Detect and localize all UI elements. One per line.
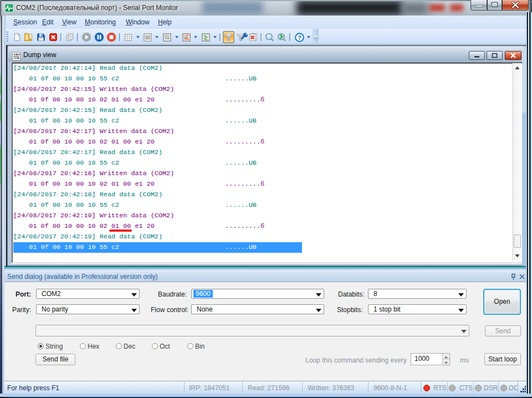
- svg-text:?: ?: [298, 34, 301, 41]
